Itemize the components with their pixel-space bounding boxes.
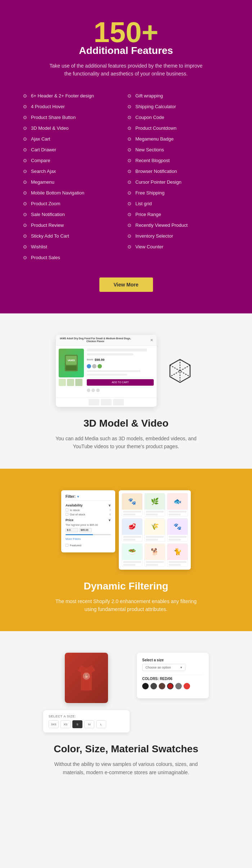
out-of-stock-count: 6: [109, 513, 111, 516]
out-of-stock-label: Out of stock: [70, 513, 108, 516]
size-btn-s[interactable]: S: [72, 720, 82, 728]
filter-option-in-stock[interactable]: In stock 7: [66, 509, 111, 512]
social-icon: [87, 389, 90, 392]
product-title-bar: [123, 511, 141, 513]
divider: [142, 675, 203, 675]
checkbox-featured[interactable]: [66, 544, 68, 547]
feature-item: ⊙ Product Sales: [22, 252, 126, 263]
feature-item: ⊙ Recently Viewed Product: [126, 220, 230, 231]
check-circle-icon: ⊙: [126, 222, 132, 229]
features-title: Additional Features: [22, 45, 230, 56]
product-price-bar: [146, 564, 158, 566]
price-range-slider[interactable]: [66, 534, 111, 535]
filter-preview: Filter: ▼ Availability ∨ In stock 7 Out …: [14, 490, 238, 570]
view-more-button[interactable]: View More: [99, 277, 153, 292]
close-icon-mini: ✕: [150, 338, 153, 342]
size-btn-m[interactable]: M: [84, 720, 94, 728]
check-circle-icon: ⊙: [126, 179, 132, 185]
size-select-placeholder: Choose an option: [145, 666, 171, 669]
size-btn-l[interactable]: L: [96, 720, 106, 728]
feature-label: Recently Viewed Product: [135, 222, 188, 228]
products-grid: 🐾 🌿 🐟 🥩 🌾: [119, 490, 191, 570]
check-circle-icon: ⊙: [22, 104, 28, 110]
feature-item: ⊙ Product Countdown: [126, 123, 230, 134]
chevron-icon: ∨: [108, 504, 111, 507]
thumbnail: [67, 379, 74, 386]
size-select-dropdown[interactable]: Choose an option ▾: [142, 664, 185, 671]
feature-item: ⊙ Inventory Selector: [126, 231, 230, 242]
filter-section-title: Dynamic Filtering: [14, 580, 238, 592]
check-circle-icon: ⊙: [126, 104, 132, 110]
feature-label: Cart Drawer: [31, 147, 56, 152]
check-circle-icon: ⊙: [22, 93, 28, 99]
feature-item: ⊙ New Sections: [126, 144, 230, 155]
feature-label: Megamenu: [31, 179, 54, 185]
feature-label: Compare: [31, 158, 50, 163]
feature-label: Product Share Button: [31, 115, 76, 120]
product-title-bar: [146, 536, 164, 538]
price-min-input[interactable]: $0: [66, 528, 78, 532]
product-image: 🐾: [122, 493, 142, 510]
checkbox-out-of-stock[interactable]: [66, 513, 68, 516]
color-swatch-red-dark[interactable]: [167, 683, 174, 689]
checkbox-in-stock[interactable]: [66, 509, 68, 511]
featured-label: Featured: [70, 544, 111, 547]
color-swatch-gray[interactable]: [175, 683, 182, 689]
clear-link[interactable]: ▼: [77, 495, 80, 499]
feature-item: ⊙ Product Review: [22, 220, 126, 231]
feature-label: View Counter: [135, 244, 163, 249]
color-swatch-dark-gray[interactable]: [150, 683, 157, 689]
feature-item: ⊙ Wishlist: [22, 242, 126, 252]
options-column: Select a size Choose an option ▾ COLORS:…: [137, 653, 209, 698]
model-ss-footer: [56, 397, 157, 407]
size-btn-xs[interactable]: XS: [60, 720, 71, 728]
color-swatch-red[interactable]: [184, 683, 190, 689]
price-hint: The highest price is $65.00: [66, 523, 111, 527]
product-price-bar: [123, 514, 135, 515]
check-circle-icon: ⊙: [126, 114, 132, 121]
size-selector-card: SELECT A SIZE: 3XS XS S M L: [43, 710, 130, 732]
swatches-section-description: Without the ability to view samples of v…: [45, 760, 207, 776]
feature-item: ⊙ 6+ Header & 2+ Footer design: [22, 91, 126, 101]
check-circle-icon: ⊙: [22, 244, 28, 250]
feature-item: ⊙ Cursor Pointer Design: [126, 177, 230, 188]
feature-label: Cursor Pointer Design: [135, 179, 181, 185]
media-tab: [113, 399, 124, 405]
product-image: 🌾: [145, 519, 165, 535]
feature-label: Coupon Code: [135, 115, 164, 120]
product-title-bar: [168, 561, 186, 563]
svg-text:IAMS: IAMS: [68, 359, 75, 362]
filter-option-out-of-stock[interactable]: Out of stock 6: [66, 513, 111, 516]
social-icons-row: [87, 389, 154, 392]
size-btn-3xs[interactable]: 3XS: [49, 720, 59, 728]
size-option-card: Select a size Choose an option ▾ COLORS:…: [137, 653, 209, 698]
feature-item: ⊙ Recent Blogpost: [126, 155, 230, 166]
feature-item: ⊙ Ajax Cart: [22, 134, 126, 144]
product-image: 🐈: [167, 544, 188, 560]
more-filters-link[interactable]: More Filters: [66, 537, 111, 541]
thumbnail: [59, 379, 66, 386]
filter-panel-title: Filter: ▼: [66, 495, 111, 501]
product-image-placeholder: IAMS: [59, 349, 84, 377]
check-circle-icon: ⊙: [22, 190, 28, 196]
feature-item: ⊙ Megamenu: [22, 177, 126, 188]
check-circle-icon: ⊙: [22, 147, 28, 153]
check-circle-icon: ⊙: [22, 136, 28, 142]
color-swatch-brown[interactable]: [159, 683, 165, 689]
features-number: 150+: [22, 18, 230, 47]
feature-item: ⊙ Cart Drawer: [22, 144, 126, 155]
feature-item: ⊙ Compare: [22, 155, 126, 166]
product-price-bar: [123, 564, 135, 566]
price-max-input[interactable]: $65.00: [79, 528, 92, 532]
filter-option-featured[interactable]: Featured: [66, 544, 111, 547]
color-dot: [92, 364, 96, 368]
check-circle-icon: ⊙: [126, 136, 132, 142]
color-swatch-black[interactable]: [142, 683, 149, 689]
model-screenshot: IAMS Adult Dry Dog Food For Small & Medi…: [56, 335, 157, 407]
feature-label: Price Range: [135, 212, 161, 217]
feature-label: Product Review: [31, 222, 64, 228]
feature-label: List grid: [135, 201, 152, 206]
check-circle-icon: ⊙: [22, 254, 28, 261]
check-circle-icon: ⊙: [22, 114, 28, 121]
product-card: 🌾: [144, 518, 165, 542]
